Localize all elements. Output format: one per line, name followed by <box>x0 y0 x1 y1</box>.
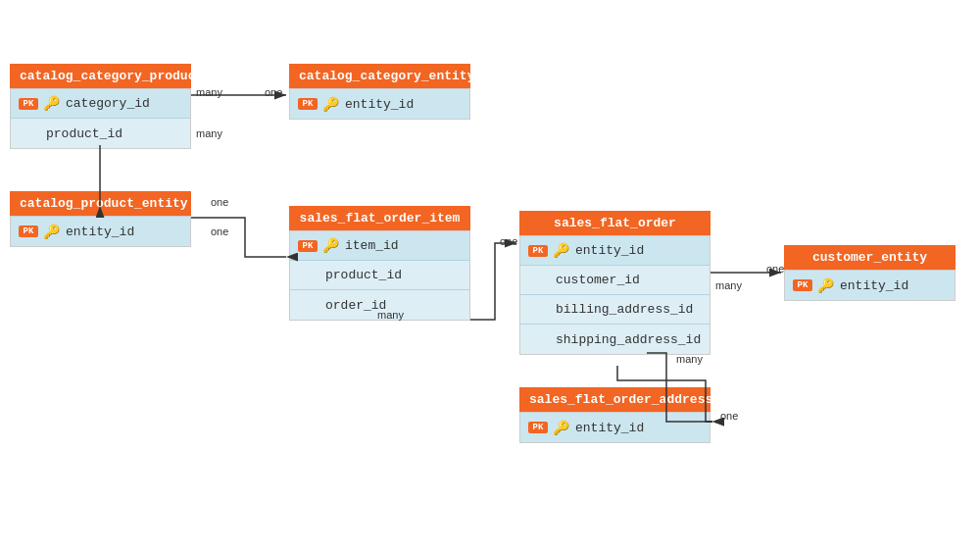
label-one4: one <box>500 235 517 247</box>
label-one5: one <box>766 263 784 275</box>
table-header-ce: customer_entity <box>784 245 956 270</box>
table-sales-flat-order: sales_flat_order PK 🔑 entity_id customer… <box>519 211 710 355</box>
row-customer-id-sfo: customer_id <box>520 266 710 295</box>
pk-badge: PK <box>19 98 38 110</box>
table-sales-flat-order-address: sales_flat_order_address PK 🔑 entity_id <box>519 387 710 443</box>
field-category-id: category_id <box>66 96 150 111</box>
row-item-id: PK 🔑 item_id <box>290 231 469 261</box>
field-item-id: item_id <box>345 238 399 253</box>
row-entity-id-cce: PK 🔑 entity_id <box>290 89 469 119</box>
label-many1: many <box>196 86 222 98</box>
table-header-sfoi: sales_flat_order_item <box>289 206 470 230</box>
field-shipping-sfo: shipping_address_id <box>556 332 701 347</box>
field-billing-sfo: billing_address_id <box>556 302 693 317</box>
label-one1: one <box>265 86 282 98</box>
erd-diagram: catalog_category_product PK 🔑 category_i… <box>0 0 980 552</box>
row-billing-sfo: billing_address_id <box>520 295 710 325</box>
key-icon-ce: 🔑 <box>817 277 834 294</box>
field-entity-id-cce: entity_id <box>345 97 414 112</box>
table-header-sfo: sales_flat_order <box>519 211 710 235</box>
table-header-sfoa: sales_flat_order_address <box>519 387 710 412</box>
label-many3: many <box>377 309 404 321</box>
row-category-id: PK 🔑 category_id <box>11 89 190 119</box>
label-many5: many <box>676 353 703 365</box>
key-icon-sfoi: 🔑 <box>322 237 339 254</box>
row-shipping-sfo: shipping_address_id <box>520 325 710 354</box>
label-one6: one <box>720 410 738 422</box>
table-header-catalog-category-product: catalog_category_product <box>10 64 191 88</box>
pk-badge-cpe: PK <box>19 226 38 237</box>
row-entity-id-sfo: PK 🔑 entity_id <box>520 236 710 266</box>
field-product-id: product_id <box>46 126 122 141</box>
pk-badge-sfoi: PK <box>298 240 318 252</box>
field-entity-id-ce: entity_id <box>840 278 908 293</box>
key-icon: 🔑 <box>43 95 60 112</box>
table-sales-flat-order-item: sales_flat_order_item PK 🔑 item_id produ… <box>289 206 470 321</box>
field-entity-id-cpe: entity_id <box>66 225 134 239</box>
row-product-id: product_id <box>11 119 190 148</box>
pk-badge-cce: PK <box>298 98 318 110</box>
table-catalog-product-entity: catalog_product_entity PK 🔑 entity_id <box>10 191 191 247</box>
row-entity-id-ce: PK 🔑 entity_id <box>785 271 955 300</box>
field-customer-id-sfo: customer_id <box>556 273 640 287</box>
pk-badge-sfo: PK <box>528 245 548 257</box>
field-product-id-sfoi: product_id <box>325 268 402 282</box>
key-icon-cce: 🔑 <box>322 96 339 113</box>
label-many4: many <box>715 279 742 291</box>
label-one2: one <box>211 196 228 208</box>
pk-badge-ce: PK <box>793 279 812 291</box>
table-catalog-category-product: catalog_category_product PK 🔑 category_i… <box>10 64 191 149</box>
table-catalog-category-entity: catalog_category_entity PK 🔑 entity_id <box>289 64 470 120</box>
table-customer-entity: customer_entity PK 🔑 entity_id <box>784 245 956 301</box>
label-one3: one <box>211 226 228 237</box>
row-entity-id-cpe: PK 🔑 entity_id <box>11 217 190 246</box>
table-header-catalog-category-entity: catalog_category_entity <box>289 64 470 88</box>
label-many2: many <box>196 127 222 139</box>
key-icon-cpe: 🔑 <box>43 224 60 240</box>
field-entity-id-sfo: entity_id <box>575 243 644 258</box>
row-entity-id-sfoa: PK 🔑 entity_id <box>520 413 710 442</box>
pk-badge-sfoa: PK <box>528 422 548 433</box>
key-icon-sfo: 🔑 <box>553 242 569 259</box>
row-product-id-sfoi: product_id <box>290 261 469 290</box>
field-entity-id-sfoa: entity_id <box>575 421 644 435</box>
key-icon-sfoa: 🔑 <box>553 420 569 436</box>
table-header-catalog-product-entity: catalog_product_entity <box>10 191 191 216</box>
